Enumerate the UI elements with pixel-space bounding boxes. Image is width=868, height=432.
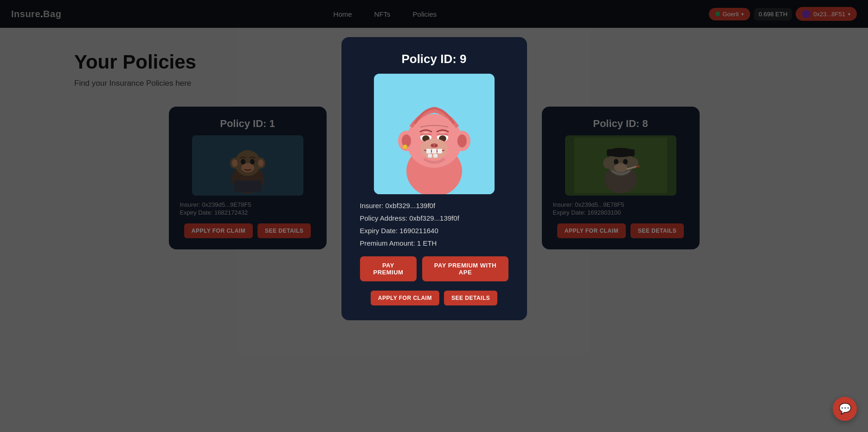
- svg-rect-38: [432, 149, 437, 153]
- modal-title: Policy ID: 9: [401, 52, 466, 66]
- svg-rect-37: [426, 149, 431, 153]
- svg-rect-41: [433, 154, 437, 158]
- modal-nft-image: [374, 74, 495, 194]
- svg-point-31: [403, 145, 407, 149]
- svg-point-30: [457, 134, 467, 147]
- modal-premium: Premium Amount: 1 ETH: [360, 239, 508, 247]
- modal-policy-address: Policy Address: 0xbf329...139f0f: [360, 214, 508, 222]
- modal-info: Insurer: 0xbf329...139f0f Policy Address…: [360, 202, 508, 247]
- svg-point-43: [431, 144, 434, 147]
- chat-icon: 💬: [839, 403, 851, 415]
- modal-ape-svg: [374, 74, 495, 194]
- svg-point-44: [435, 144, 437, 147]
- svg-rect-39: [437, 149, 442, 153]
- modal-insurer: Insurer: 0xbf329...139f0f: [360, 202, 508, 210]
- modal-apply-button[interactable]: APPLY FOR CLAIM: [371, 291, 439, 305]
- chat-button[interactable]: 💬: [833, 397, 857, 421]
- pay-premium-ape-button[interactable]: PAY PREMIUM WITH APE: [422, 256, 508, 281]
- svg-rect-40: [428, 154, 432, 158]
- modal-actions: PAY PREMIUM PAY PREMIUM WITH APE: [360, 256, 508, 281]
- modal-policy-9: Policy ID: 9: [341, 37, 527, 320]
- modal-bottom-actions: APPLY FOR CLAIM SEE DETAILS: [371, 291, 497, 305]
- modal-expiry: Expiry Date: 1690211640: [360, 227, 508, 235]
- modal-overlay[interactable]: Policy ID: 9: [0, 0, 868, 432]
- pay-premium-button[interactable]: PAY PREMIUM: [360, 256, 417, 281]
- modal-details-button[interactable]: SEE DETAILS: [444, 291, 497, 305]
